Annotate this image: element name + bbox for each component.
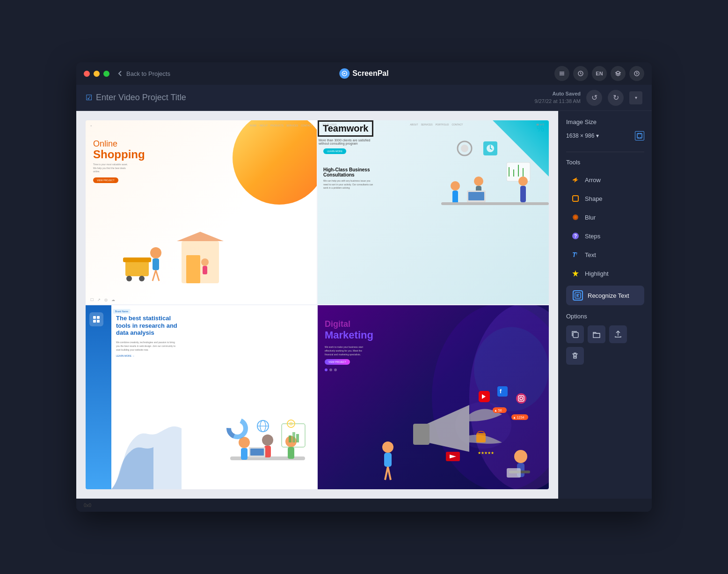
slide-3-wave: [111, 414, 182, 489]
bottom-info: 0x0: [84, 503, 91, 508]
layers-icon-button[interactable]: [611, 66, 626, 81]
slide-statistical[interactable]: The best statisticaltools in research an…: [86, 305, 317, 489]
blur-icon: [571, 213, 580, 222]
header-bar: ☑ Enter Video Project Title Auto Saved 9…: [76, 85, 652, 111]
svg-rect-37: [93, 316, 96, 319]
svg-rect-67: [497, 386, 508, 397]
svg-text:T: T: [575, 252, 578, 256]
tool-text[interactable]: T T Text: [566, 246, 644, 263]
tool-shape[interactable]: Shape: [566, 190, 644, 207]
svg-point-91: [574, 216, 577, 219]
slide-4-illustration: f ▲ 56 ▲ 1234: [399, 377, 549, 489]
svg-rect-40: [97, 320, 100, 323]
slide-digital-marketing[interactable]: Digital Marketing We work to make your b…: [318, 305, 549, 489]
aspect-ratio-icon[interactable]: [635, 131, 644, 140]
slide-2-cta: LEARN MORE: [323, 148, 346, 154]
options-label: Options: [566, 313, 644, 320]
highlight-icon: [571, 269, 580, 278]
back-label: Back to Projects: [126, 70, 170, 77]
tools-label: Tools: [566, 159, 644, 166]
upload-option-button[interactable]: [609, 325, 627, 343]
slide-1-nav: ● HOMEABOUTPRODUCTSSERVICESCONTACT: [86, 124, 317, 127]
app-logo: ScreenPal: [339, 68, 388, 79]
slide-3-logo: [89, 312, 103, 326]
menu-icon-button[interactable]: [554, 66, 569, 81]
tool-highlight[interactable]: Highlight: [566, 265, 644, 282]
tool-arrow[interactable]: Arrow: [566, 171, 644, 188]
svg-rect-29: [468, 192, 484, 200]
svg-text:★★★★★: ★★★★★: [478, 451, 494, 455]
project-title-area: ☑ Enter Video Project Title: [86, 93, 535, 103]
maximize-window-button[interactable]: [103, 71, 109, 77]
svg-point-17: [201, 258, 209, 266]
svg-rect-52: [292, 432, 295, 442]
arrow-label: Arrow: [585, 177, 601, 184]
slide-4-person: [374, 438, 402, 485]
minimize-window-button[interactable]: [94, 71, 100, 77]
auto-saved-info: Auto Saved 9/27/22 at 11:38 AM: [535, 90, 581, 105]
slide-3-content: The best statisticaltools in research an…: [86, 305, 317, 489]
svg-rect-80: [476, 433, 486, 442]
svg-rect-38: [97, 316, 100, 319]
svg-rect-39: [93, 320, 96, 323]
slide-3-text-area: The best statisticaltools in research an…: [116, 315, 312, 357]
slide-2-illustration: [441, 130, 549, 219]
slide-1-shopping: Shopping: [93, 149, 145, 160]
svg-text:?: ?: [574, 234, 577, 239]
svg-rect-36: [520, 186, 526, 202]
options-buttons: [566, 325, 644, 365]
title-bar-right: EN: [554, 66, 644, 81]
svg-point-5: [634, 71, 639, 76]
svg-rect-6: [125, 260, 149, 276]
arrow-icon: [571, 175, 580, 184]
project-title-placeholder[interactable]: Enter Video Project Title: [96, 93, 186, 103]
tool-blur[interactable]: Blur: [566, 209, 644, 226]
svg-rect-79: [507, 468, 521, 478]
svg-line-12: [153, 270, 156, 281]
recognize-text-label: Recognize Text: [588, 292, 629, 299]
svg-text:▲ 1234: ▲ 1234: [513, 416, 524, 419]
svg-point-60: [289, 422, 293, 426]
tools-list: Arrow Shape: [566, 171, 644, 282]
slide-3-body: We combine creativity, technologies and …: [116, 340, 312, 352]
delete-option-button[interactable]: [566, 347, 584, 365]
copy-option-button[interactable]: [566, 325, 584, 343]
svg-point-76: [514, 450, 527, 463]
back-arrow-icon: [117, 70, 124, 77]
help-icon-button[interactable]: [629, 66, 644, 81]
header-right: Auto Saved 9/27/22 at 11:38 AM ↺ ↻ ▾: [535, 90, 642, 106]
undo-button[interactable]: ↺: [586, 90, 602, 106]
steps-label: Steps: [585, 233, 600, 240]
svg-line-13: [156, 270, 159, 281]
svg-line-87: [388, 467, 391, 480]
svg-rect-7: [123, 258, 151, 262]
slide-online-shopping[interactable]: ● HOMEABOUTPRODUCTSSERVICESCONTACT Onlin…: [86, 120, 317, 304]
title-bar: Back to Projects ScreenPal: [76, 62, 652, 85]
steps-icon: ?: [571, 231, 580, 241]
svg-rect-15: [186, 255, 200, 283]
slide-4-body: We work to make your business starteffec…: [325, 345, 371, 356]
header-dropdown-button[interactable]: ▾: [629, 91, 642, 104]
language-button[interactable]: EN: [592, 66, 607, 81]
redo-button[interactable]: ↻: [608, 90, 624, 106]
chevron-down-icon: ▾: [596, 132, 599, 139]
slide-teamwork[interactable]: YOUR LOGO ABOUTSERVICESPORTFOLIOCONTACT …: [318, 120, 549, 304]
tool-steps[interactable]: ? Steps: [566, 228, 644, 244]
slide-4-digital: Digital: [325, 319, 373, 329]
logo-icon: [339, 68, 349, 79]
slide-4-content: Digital Marketing We work to make your b…: [318, 305, 549, 489]
close-window-button[interactable]: [84, 71, 90, 77]
svg-point-9: [139, 276, 145, 281]
clock-icon-button[interactable]: [573, 66, 588, 81]
slide-1-subtext: Time is your most valuable asset. We hel…: [93, 163, 131, 174]
slide-2-services: High-Class Business Consultations We can…: [323, 167, 373, 190]
window-controls: [84, 71, 109, 77]
recognize-text-button[interactable]: Recognize Text: [566, 286, 644, 305]
svg-rect-49: [250, 449, 264, 456]
svg-point-25: [474, 177, 483, 186]
open-option-button[interactable]: [588, 325, 605, 343]
back-to-projects-button[interactable]: Back to Projects: [117, 70, 170, 77]
svg-point-84: [382, 442, 393, 453]
svg-rect-69: [516, 393, 526, 404]
svg-text:▲ 56: ▲ 56: [494, 409, 502, 412]
